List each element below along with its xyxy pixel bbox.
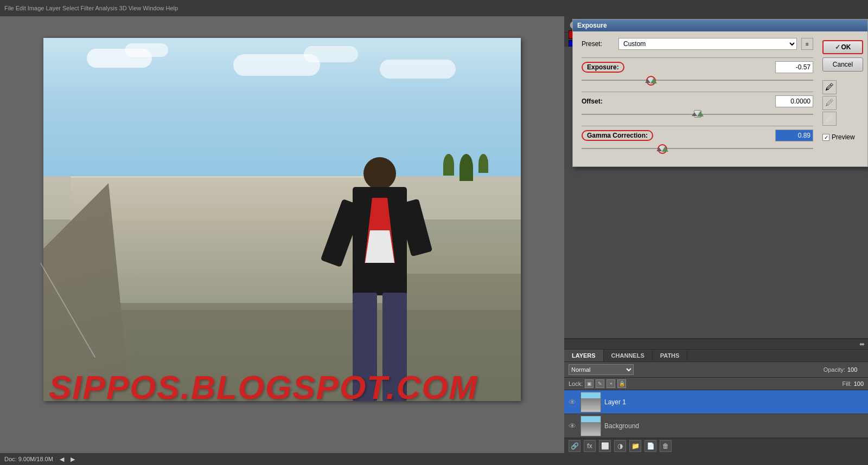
gamma-thumb-arrow	[662, 146, 668, 152]
gamma-value: 0.89	[798, 132, 810, 139]
preset-select[interactable]: Custom Default	[618, 38, 797, 50]
fill-value[interactable]: 100	[854, 380, 864, 387]
new-layer-btn[interactable]: 📄	[644, 440, 656, 452]
fill-row: Fill: 100	[843, 380, 864, 387]
preset-icons: ≡	[801, 38, 813, 50]
exposure-slider-thumb[interactable]	[646, 76, 656, 86]
gamma-slider-thumb[interactable]	[658, 144, 667, 154]
layer1-thumbnail	[580, 392, 601, 412]
layer-item-layer1[interactable]: 👁 Layer 1	[564, 390, 868, 414]
exposure-value-box[interactable]: -0.57	[775, 61, 813, 73]
tree-1	[443, 154, 454, 176]
preview-row: Preview	[822, 133, 863, 141]
preset-label: Preset:	[582, 40, 614, 48]
panel-expand-row: ⬌	[564, 339, 868, 350]
gamma-track	[582, 148, 813, 149]
layers-footer: 🔗 fx ⬜ ◑ 📁 📄 🗑	[564, 438, 868, 453]
opacity-value[interactable]: 100	[847, 366, 864, 373]
fill-label: Fill:	[843, 380, 852, 387]
canvas-image: SIPPOS.BLOGSPOT.COM	[43, 38, 521, 401]
eyedropper-gray-btn[interactable]: 🖉	[822, 96, 837, 110]
gamma-slider-track[interactable]	[582, 144, 813, 152]
opacity-label: Opacity:	[824, 366, 845, 373]
lock-all-btn[interactable]: +	[607, 379, 615, 388]
exposure-thumb-arrow	[650, 78, 657, 83]
background-thumbnail	[580, 416, 601, 436]
dialog-buttons: ✓ OK Cancel 🖉 🖉 🖉 Preview	[822, 40, 863, 141]
cancel-button[interactable]: Cancel	[822, 57, 863, 72]
exposure-slider-track[interactable]	[582, 75, 813, 84]
exposure-label: Exposure:	[582, 62, 624, 73]
gamma-label: Gamma Correction:	[582, 130, 653, 141]
offset-value-box[interactable]: 0.0000	[775, 95, 813, 107]
top-toolbar: File Edit Image Layer Select Filter Anal…	[0, 0, 868, 16]
preview-label: Preview	[832, 133, 855, 141]
lock-pixels-btn[interactable]: ▣	[585, 379, 593, 388]
preview-checkbox[interactable]	[822, 134, 829, 141]
offset-header: Offset: 0.0000	[582, 95, 813, 107]
exposure-value: -0.57	[796, 63, 810, 71]
person-head	[363, 157, 396, 190]
link-layers-btn[interactable]: 🔗	[569, 440, 580, 452]
layer1-thumb-bg	[581, 392, 601, 412]
doc-info: Doc: 9.00M/18.0M	[4, 456, 53, 462]
divider-3	[582, 126, 813, 126]
tab-channels[interactable]: CHANNELS	[604, 350, 653, 361]
blend-opacity-row: Normal Multiply Screen Opacity: 100	[564, 362, 868, 378]
app-container: File Edit Image Layer Select Filter Anal…	[0, 0, 868, 465]
expand-icon[interactable]: ⬌	[859, 340, 865, 348]
dialog-title: Exposure	[577, 22, 607, 29]
lock-label: Lock:	[569, 380, 583, 387]
blend-mode-select[interactable]: Normal Multiply Screen	[569, 364, 634, 375]
status-nav-left[interactable]: ◀	[60, 456, 64, 463]
ok-button[interactable]: ✓ OK	[822, 40, 863, 54]
exposure-dialog: Exposure Preset: Custom Default ≡ Expos	[572, 19, 868, 167]
preset-menu-btn[interactable]: ≡	[801, 38, 813, 50]
canvas-area: SIPPOS.BLOGSPOT.COM	[0, 16, 564, 453]
watermark: SIPPOS.BLOGSPOT.COM	[49, 368, 478, 406]
status-bar: Doc: 9.00M/18.0M ◀ ▶	[0, 453, 868, 465]
exposure-row: Exposure: -0.57	[582, 61, 813, 84]
preset-row: Preset: Custom Default ≡	[582, 38, 813, 50]
offset-thumb-arrow	[697, 111, 704, 117]
background-thumb-bg	[581, 416, 601, 436]
add-style-btn[interactable]: fx	[584, 440, 596, 452]
offset-value: 0.0000	[790, 98, 810, 105]
gamma-header: Gamma Correction: 0.89	[582, 130, 813, 141]
eyedropper-tools: 🖉 🖉 🖉	[822, 80, 863, 126]
tree-3	[478, 154, 488, 173]
delete-layer-btn[interactable]: 🗑	[660, 440, 672, 452]
lock-move-btn[interactable]: ✎	[596, 379, 604, 388]
tab-layers[interactable]: LAYERS	[564, 350, 604, 361]
ok-label: OK	[841, 43, 851, 51]
add-adjustment-btn[interactable]: ◑	[614, 440, 626, 452]
layer1-visibility[interactable]: 👁	[567, 397, 577, 407]
background-visibility[interactable]: 👁	[567, 421, 577, 431]
opacity-row: Opacity: 100	[824, 366, 864, 373]
person	[336, 157, 423, 401]
eyedropper-black-btn[interactable]: 🖉	[822, 80, 837, 94]
background-name: Background	[604, 422, 865, 430]
layer1-name: Layer 1	[604, 398, 865, 406]
layer-item-background[interactable]: 👁 Background	[564, 414, 868, 438]
new-group-btn[interactable]: 📁	[629, 440, 641, 452]
offset-slider-thumb[interactable]	[694, 110, 701, 118]
offset-slider-track[interactable]	[582, 109, 813, 118]
dialog-titlebar: Exposure	[573, 20, 867, 31]
tree-2	[459, 154, 473, 181]
eyedropper-white-btn[interactable]: 🖉	[822, 112, 837, 126]
lock-row: Lock: ▣ ✎ + 🔒 Fill: 100	[564, 378, 868, 390]
offset-label: Offset:	[582, 98, 603, 105]
lock-position-btn[interactable]: 🔒	[617, 379, 626, 388]
divider-2	[582, 92, 813, 92]
layers-tabs: LAYERS CHANNELS PATHS	[564, 350, 868, 362]
gamma-row: Gamma Correction: 0.89	[582, 130, 813, 152]
gamma-value-box[interactable]: 0.89	[775, 130, 813, 141]
trees	[443, 154, 488, 181]
tab-paths[interactable]: PATHS	[653, 350, 688, 361]
ok-checkmark: ✓	[835, 43, 840, 51]
add-mask-btn[interactable]: ⬜	[599, 440, 611, 452]
toolbar-spacer: File Edit Image Layer Select Filter Anal…	[4, 5, 178, 11]
person-body	[353, 187, 407, 295]
status-nav-right[interactable]: ▶	[71, 456, 75, 463]
